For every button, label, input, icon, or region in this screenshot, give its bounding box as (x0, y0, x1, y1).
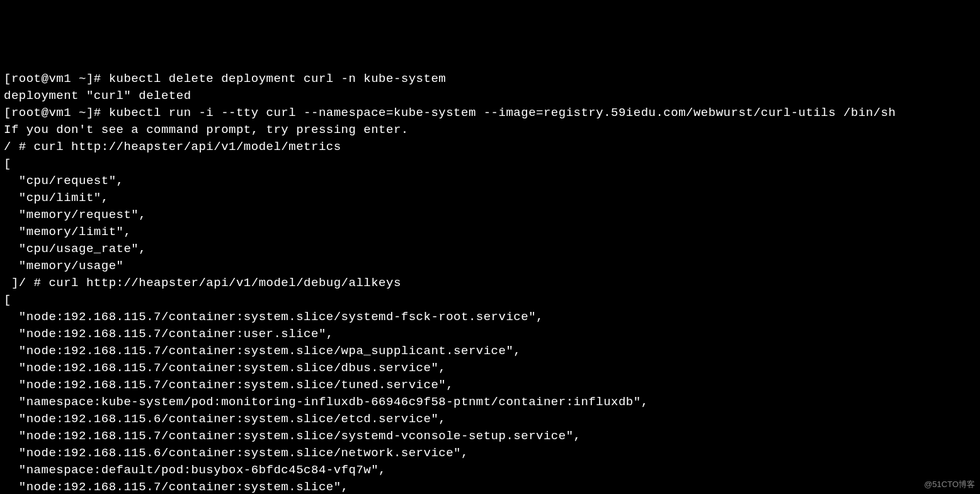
terminal-line: "cpu/limit", (4, 190, 976, 207)
terminal-line: deployment "curl" deleted (4, 88, 976, 105)
terminal-line: [ (4, 292, 976, 309)
terminal-line: If you don't see a command prompt, try p… (4, 122, 976, 139)
terminal-line: [root@vm1 ~]# kubectl run -i --tty curl … (4, 105, 976, 122)
watermark-label: @51CTO博客 (924, 476, 975, 493)
terminal-line: "cpu/request", (4, 173, 976, 190)
terminal-line: "cpu/usage_rate", (4, 241, 976, 258)
terminal-line: "node:192.168.115.7/container:system.sli… (4, 428, 976, 445)
terminal-line: "memory/request", (4, 207, 976, 224)
terminal-line: / # curl http://heapster/api/v1/model/me… (4, 139, 976, 156)
terminal-line: "node:192.168.115.6/container:system.sli… (4, 445, 976, 462)
terminal-line: ]/ # curl http://heapster/api/v1/model/d… (4, 275, 976, 292)
terminal-line: "memory/usage" (4, 258, 976, 275)
terminal-output[interactable]: [root@vm1 ~]# kubectl delete deployment … (4, 71, 976, 494)
terminal-line: "node:192.168.115.7/container:system.sli… (4, 360, 976, 377)
terminal-line: "node:192.168.115.6/container:system.sli… (4, 411, 976, 428)
terminal-line: "node:192.168.115.7/container:system.sli… (4, 309, 976, 326)
terminal-line: "node:192.168.115.7/container:system.sli… (4, 479, 976, 494)
terminal-line: "node:192.168.115.7/container:system.sli… (4, 377, 976, 394)
terminal-line: [ (4, 156, 976, 173)
terminal-line: "node:192.168.115.7/container:user.slice… (4, 326, 976, 343)
terminal-line: "memory/limit", (4, 224, 976, 241)
terminal-line: "namespace:kube-system/pod:monitoring-in… (4, 394, 976, 411)
terminal-line: "namespace:default/pod:busybox-6bfdc45c8… (4, 462, 976, 479)
terminal-line: "node:192.168.115.7/container:system.sli… (4, 343, 976, 360)
terminal-line: [root@vm1 ~]# kubectl delete deployment … (4, 71, 976, 88)
